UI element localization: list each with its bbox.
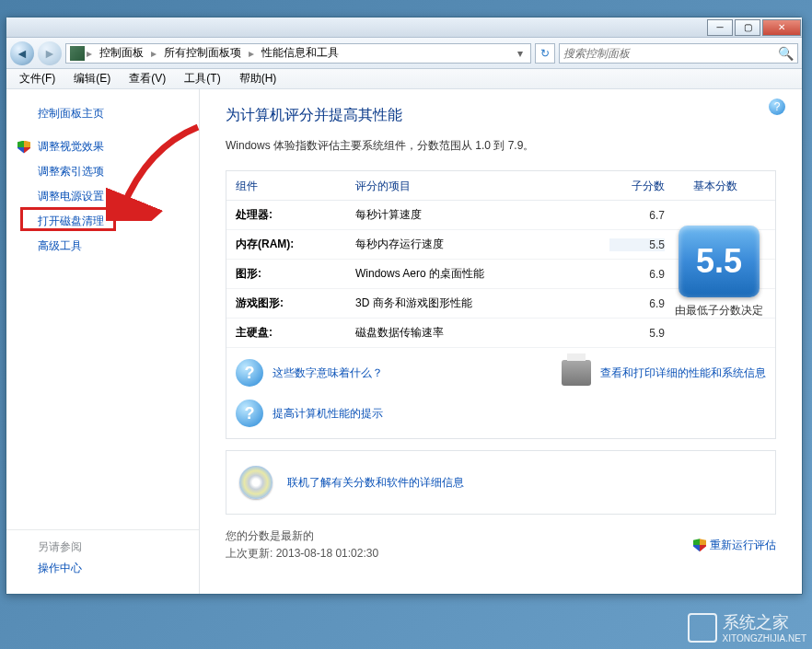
cell-subscore: 6.9 [609, 268, 665, 281]
header-subscore: 子分数 [609, 179, 665, 194]
watermark-name: 系统之家 [723, 613, 789, 632]
refresh-button[interactable]: ↻ [535, 43, 555, 64]
status-line-1: 您的分数是最新的 [226, 527, 693, 545]
link-view-print-details[interactable]: 查看和打印详细的性能和系统信息 [600, 365, 766, 381]
base-score-area: 5.5 由最低子分数决定 [668, 201, 770, 343]
help-icon[interactable]: ? [769, 99, 785, 115]
nav-back-button[interactable]: ◄ [10, 41, 34, 65]
sidebar-item-advanced-tools[interactable]: 高级工具 [6, 234, 199, 259]
menubar: 文件(F) 编辑(E) 查看(V) 工具(T) 帮助(H) [6, 69, 802, 89]
breadcrumb-item-2[interactable]: 性能信息和工具 [256, 45, 344, 61]
link-online-info[interactable]: 联机了解有关分数和软件的详细信息 [287, 475, 464, 491]
header-item: 评分的项目 [355, 179, 609, 194]
navbar: ◄ ► ▸ 控制面板 ▸ 所有控制面板项 ▸ 性能信息和工具 ▾ ↻ 🔍 [6, 38, 802, 69]
cell-component: 处理器: [236, 207, 355, 223]
titlebar: ─ ▢ ✕ [6, 17, 802, 38]
nav-forward-button[interactable]: ► [38, 41, 62, 65]
menu-tools[interactable]: 工具(T) [175, 69, 229, 88]
link-what-numbers-mean[interactable]: 这些数字意味着什么？ [273, 365, 383, 381]
rerun-assessment-link[interactable]: 重新运行评估 [693, 527, 776, 562]
breadcrumb-item-0[interactable]: 控制面板 [94, 45, 149, 61]
cell-item: 每秒内存运行速度 [355, 237, 609, 252]
score-header: 组件 评分的项目 子分数 基本分数 [226, 171, 775, 201]
page-description: Windows 体验指数评估主要系统组件，分数范围从 1.0 到 7.9。 [226, 138, 776, 154]
cell-component: 游戏图形: [236, 296, 355, 311]
base-score-caption: 由最低子分数决定 [671, 303, 767, 319]
help-icon: ? [236, 359, 263, 387]
chevron-right-icon: ▸ [249, 47, 254, 60]
control-panel-icon [70, 46, 85, 61]
cell-item: 每秒计算速度 [355, 207, 609, 223]
search-box[interactable]: 🔍 [559, 43, 798, 64]
menu-edit[interactable]: 编辑(E) [64, 69, 120, 88]
sidebar-item-label: 操作中心 [38, 561, 82, 576]
see-also-label: 另请参阅 [6, 539, 199, 559]
cell-subscore: 6.9 [609, 297, 665, 310]
cell-component: 图形: [236, 266, 355, 282]
cell-item: Windows Aero 的桌面性能 [355, 266, 609, 282]
breadcrumb-item-1[interactable]: 所有控制面板项 [158, 45, 247, 61]
cd-icon [239, 466, 273, 499]
chevron-right-icon: ▸ [87, 47, 92, 60]
sidebar-home-link[interactable]: 控制面板主页 [6, 102, 199, 125]
window-controls: ─ ▢ ✕ [706, 19, 802, 36]
main-panel: ? 为计算机评分并提高其性能 Windows 体验指数评估主要系统组件，分数范围… [200, 89, 802, 594]
search-icon[interactable]: 🔍 [778, 46, 794, 61]
menu-help[interactable]: 帮助(H) [230, 69, 286, 88]
sidebar: 控制面板主页 调整视觉效果 调整索引选项 调整电源设置 打开磁盘清理 高级工具 … [6, 89, 200, 594]
menu-file[interactable]: 文件(F) [10, 69, 64, 88]
sidebar-see-also: 另请参阅 操作中心 [6, 529, 199, 585]
online-info-row: 联机了解有关分数和软件的详细信息 [226, 450, 776, 515]
status-timestamp: 2013-08-18 01:02:30 [276, 547, 378, 560]
base-score-badge: 5.5 [679, 226, 760, 297]
cell-item: 3D 商务和游戏图形性能 [355, 296, 609, 311]
sidebar-item-disk-cleanup[interactable]: 打开磁盘清理 [6, 209, 199, 234]
sidebar-item-indexing[interactable]: 调整索引选项 [6, 159, 199, 184]
cell-item: 磁盘数据传输速率 [355, 325, 609, 341]
breadcrumb[interactable]: ▸ 控制面板 ▸ 所有控制面板项 ▸ 性能信息和工具 ▾ [65, 43, 531, 64]
header-basescore: 基本分数 [665, 179, 766, 194]
sidebar-item-label: 调整电源设置 [38, 189, 104, 204]
help-links-row: ? 这些数字意味着什么？ 查看和打印详细的性能和系统信息 [226, 348, 775, 398]
close-button[interactable]: ✕ [762, 19, 801, 36]
watermark: 系统之家 XITONGZHIJIA.NET [688, 611, 807, 643]
watermark-url: XITONGZHIJIA.NET [723, 633, 807, 643]
search-input[interactable] [563, 47, 778, 60]
sidebar-item-label: 调整视觉效果 [38, 139, 104, 155]
control-panel-window: ─ ▢ ✕ ◄ ► ▸ 控制面板 ▸ 所有控制面板项 ▸ 性能信息和工具 ▾ ↻… [6, 17, 803, 595]
score-rows: 处理器: 每秒计算速度 6.7 内存(RAM): 每秒内存运行速度 5.5 图形… [226, 201, 775, 348]
sidebar-item-label: 打开磁盘清理 [38, 214, 104, 229]
menu-view[interactable]: 查看(V) [120, 69, 175, 88]
cell-subscore: 5.5 [609, 238, 665, 251]
sidebar-item-label: 高级工具 [38, 238, 82, 254]
header-component: 组件 [236, 179, 355, 194]
status-line-2: 上次更新: 2013-08-18 01:02:30 [226, 545, 693, 562]
cell-component: 内存(RAM): [236, 237, 355, 252]
sidebar-item-label: 调整索引选项 [38, 164, 104, 180]
sidebar-item-power[interactable]: 调整电源设置 [6, 184, 199, 209]
printer-icon [562, 360, 591, 386]
minimize-button[interactable]: ─ [707, 19, 733, 36]
cell-subscore: 5.9 [609, 327, 665, 340]
score-panel: 组件 评分的项目 子分数 基本分数 处理器: 每秒计算速度 6.7 内存(RAM… [226, 170, 776, 439]
shield-icon [693, 539, 706, 551]
sidebar-item-visual-effects[interactable]: 调整视觉效果 [6, 134, 199, 159]
help-links-row-2: ? 提高计算机性能的提示 [226, 398, 775, 438]
breadcrumb-dropdown[interactable]: ▾ [514, 47, 527, 60]
page-title: 为计算机评分并提高其性能 [226, 106, 776, 125]
status-footer: 您的分数是最新的 上次更新: 2013-08-18 01:02:30 重新运行评… [226, 527, 776, 562]
cell-subscore: 6.7 [609, 209, 665, 222]
maximize-button[interactable]: ▢ [735, 19, 760, 36]
content-area: 控制面板主页 调整视觉效果 调整索引选项 调整电源设置 打开磁盘清理 高级工具 … [6, 89, 802, 594]
watermark-logo-icon [688, 613, 717, 643]
help-icon: ? [236, 400, 263, 427]
cell-component: 主硬盘: [236, 325, 355, 341]
chevron-right-icon: ▸ [151, 47, 157, 60]
see-also-action-center[interactable]: 操作中心 [6, 559, 199, 581]
link-performance-tips[interactable]: 提高计算机性能的提示 [273, 406, 383, 422]
